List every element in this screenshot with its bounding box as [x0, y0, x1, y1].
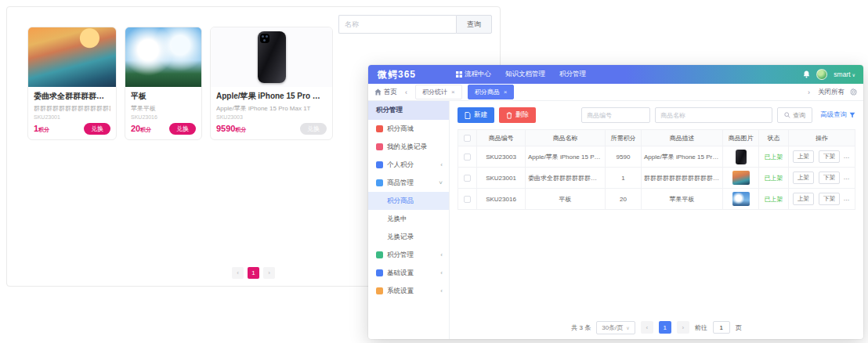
- goods-name-input[interactable]: [655, 107, 772, 123]
- sidebar-item-my-redeem-records[interactable]: 我的兑换记录: [368, 138, 449, 156]
- product-title: Apple/苹果 iPhone 15 Pro Max 1T: [216, 91, 327, 102]
- cell-desc: Apple/苹果 iPhone 15 Pro Max 1T: [642, 146, 723, 168]
- product-card[interactable]: 平板 苹果平板 SKU23016 20积分 兑换: [125, 27, 202, 140]
- product-sku: SKU23001: [34, 114, 110, 120]
- row-checkbox[interactable]: [464, 175, 471, 182]
- sunset-artwork-image: [28, 27, 116, 87]
- iphone-black-thumb[interactable]: [736, 150, 747, 164]
- col-goods-code: 商品编号: [477, 130, 526, 146]
- sidebar-item-points-goods[interactable]: 积分商品: [368, 192, 449, 210]
- sidebar-item-personal-points[interactable]: 个人积分 ‹: [368, 156, 449, 174]
- gear-icon[interactable]: [850, 88, 857, 96]
- admin-window: 微鳄365 流程中心 知识文档管理 积分管理 smart ∨: [368, 65, 863, 339]
- cell-name: Apple/苹果 iPhone 15 Pro Max 1T: [526, 146, 606, 168]
- goods-code-input[interactable]: [581, 107, 650, 123]
- sidebar-item-points-admin[interactable]: 积分管理 ‹: [368, 246, 449, 264]
- cell-points: 20: [606, 189, 642, 210]
- main-content: 新建 删除 查询: [450, 101, 863, 339]
- mall-search-input[interactable]: [338, 15, 456, 34]
- list-off-button[interactable]: 下架: [819, 172, 840, 184]
- col-actions: 操作: [789, 130, 855, 146]
- home-icon: [374, 88, 382, 96]
- bell-icon[interactable]: [803, 70, 810, 78]
- file-plus-icon: [465, 112, 471, 119]
- goto-page-input[interactable]: [713, 321, 730, 334]
- product-points: 1积分: [34, 124, 49, 134]
- col-goods-name: 商品名称: [526, 130, 606, 146]
- goto-unit-label: 页: [736, 323, 742, 332]
- table-header-row: 商品编号 商品名称 所需积分 商品描述 商品图片 状态 操作: [458, 130, 855, 146]
- record-icon: [376, 143, 383, 150]
- avatar[interactable]: [816, 69, 827, 80]
- row-checkbox[interactable]: [464, 153, 471, 161]
- mall-search-button[interactable]: 查询: [456, 15, 492, 34]
- sidebar-item-redeeming[interactable]: 兑换中: [368, 210, 449, 228]
- sunset-artwork-thumb[interactable]: [732, 171, 750, 185]
- page-1-button[interactable]: 1: [659, 321, 671, 334]
- close-icon[interactable]: ×: [504, 88, 508, 96]
- create-button[interactable]: 新建: [458, 107, 494, 123]
- select-all-checkbox[interactable]: [464, 135, 471, 142]
- close-all-tabs-button[interactable]: 关闭所有: [818, 88, 844, 97]
- prev-page-button[interactable]: ‹: [641, 321, 653, 334]
- per-page-select[interactable]: 30条/页 ∨: [596, 321, 635, 334]
- nav-knowledge-docs[interactable]: 知识文档管理: [505, 70, 545, 79]
- page-1-button[interactable]: 1: [248, 267, 259, 279]
- row-delete-button[interactable]: 删除: [844, 150, 855, 163]
- row-checkbox[interactable]: [464, 196, 471, 203]
- query-button[interactable]: 查询: [777, 107, 812, 123]
- product-card[interactable]: Apple/苹果 iPhone 15 Pro Max 1T Apple/苹果 i…: [210, 27, 333, 140]
- cell-points: 9590: [606, 146, 642, 168]
- prev-page-button[interactable]: ‹: [232, 267, 244, 279]
- product-card[interactable]: 委曲求全群群群群群群群群... 群群群群群群群群群群群群群群群群 SKU2300…: [27, 27, 117, 140]
- tab-scroll-left[interactable]: ‹: [403, 88, 410, 96]
- nav-process-center[interactable]: 流程中心: [456, 70, 491, 79]
- product-points: 20积分: [131, 124, 151, 134]
- mall-icon: [376, 125, 383, 132]
- list-on-button[interactable]: 上架: [793, 150, 814, 163]
- product-card-list: 委曲求全群群群群群群群群... 群群群群群群群群群群群群群群群群 SKU2300…: [27, 27, 333, 140]
- sidebar-item-points-mall[interactable]: 积分商城: [368, 120, 449, 138]
- col-points: 所需积分: [606, 130, 642, 146]
- tab-points-goods[interactable]: 积分商品 ×: [468, 85, 515, 99]
- delete-button[interactable]: 删除: [499, 107, 536, 123]
- tab-points-stats[interactable]: 积分统计 ×: [415, 85, 462, 99]
- redeem-button[interactable]: 兑换: [169, 123, 196, 135]
- next-page-button[interactable]: ›: [263, 267, 275, 279]
- sidebar-item-system-settings[interactable]: 系统设置 ‹: [368, 282, 449, 300]
- sky-photo-thumb[interactable]: [732, 192, 750, 206]
- chevron-left-icon: ‹: [440, 251, 443, 258]
- col-status: 状态: [759, 130, 789, 146]
- table-row: SKU23001 委曲求全群群群群群群群群群 1 群群群群群群群群群群群群群群 …: [458, 168, 855, 189]
- product-subtitle: Apple/苹果 iPhone 15 Pro Max 1T: [216, 104, 327, 113]
- redeem-button[interactable]: 兑换: [84, 123, 110, 135]
- user-menu[interactable]: smart ∨: [834, 70, 855, 78]
- redeem-button-disabled: 兑换: [300, 123, 327, 135]
- list-off-button[interactable]: 下架: [819, 150, 840, 163]
- product-title: 平板: [131, 91, 196, 102]
- desktop: 查询 委曲求全群群群群群群群群... 群群群群群群群群群群群群群群群群 SKU2…: [0, 0, 868, 343]
- cell-code: SKU23003: [477, 146, 526, 168]
- product-sku: SKU23003: [216, 114, 327, 120]
- next-page-button[interactable]: ›: [677, 321, 689, 334]
- nav-points-management[interactable]: 积分管理: [559, 70, 586, 79]
- list-on-button[interactable]: 上架: [793, 172, 814, 184]
- goods-table: 商品编号 商品名称 所需积分 商品描述 商品图片 状态 操作 SKU23003: [458, 129, 855, 210]
- close-icon[interactable]: ×: [451, 88, 455, 96]
- product-subtitle: 苹果平板: [131, 104, 196, 113]
- sidebar-item-redeem-records[interactable]: 兑换记录: [368, 228, 449, 246]
- sidebar-item-basic-settings[interactable]: 基础设置 ‹: [368, 264, 449, 282]
- tab-scroll-right[interactable]: ›: [805, 88, 812, 96]
- breadcrumb-home[interactable]: 首页: [374, 88, 397, 97]
- trash-icon: [506, 112, 512, 119]
- row-delete-button[interactable]: 删除: [844, 172, 855, 184]
- advanced-query-link[interactable]: 高级查询: [820, 110, 855, 120]
- row-delete-button[interactable]: 删除: [844, 193, 855, 205]
- list-on-button[interactable]: 上架: [793, 193, 814, 205]
- sidebar-item-goods-management[interactable]: 商品管理 ˅: [368, 174, 449, 192]
- cell-name: 平板: [526, 189, 606, 210]
- list-off-button[interactable]: 下架: [819, 193, 840, 205]
- table-row: SKU23016 平板 20 苹果平板 已上架 上架 下架 删除: [458, 189, 855, 210]
- status-badge: 已上架: [759, 146, 789, 168]
- table-row: SKU23003 Apple/苹果 iPhone 15 Pro Max 1T 9…: [458, 146, 855, 168]
